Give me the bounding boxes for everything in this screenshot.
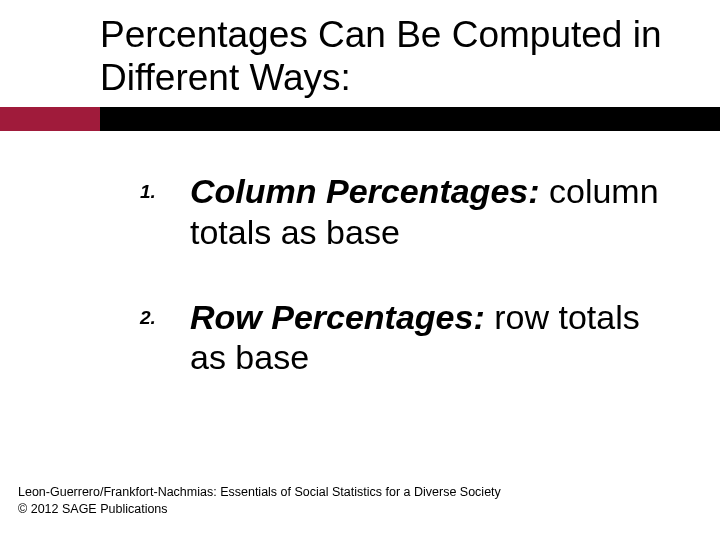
title-region: Percentages Can Be Computed in Different…: [0, 0, 720, 99]
list-lead: Row Percentages:: [190, 298, 494, 336]
list-number: 2.: [140, 297, 190, 329]
slide: Percentages Can Be Computed in Different…: [0, 0, 720, 540]
body-content: 1. Column Percentages: column totals as …: [0, 131, 720, 378]
list-text: Column Percentages: column totals as bas…: [190, 171, 660, 253]
list-item: 1. Column Percentages: column totals as …: [140, 171, 660, 253]
list-text: Row Percentages: row totals as base: [190, 297, 660, 379]
footer: Leon-Guerrero/Frankfort-Nachmias: Essent…: [18, 484, 501, 518]
footer-line-2: © 2012 SAGE Publications: [18, 501, 501, 518]
horizontal-rule: [0, 107, 720, 131]
rule-accent-block: [0, 107, 100, 131]
slide-title: Percentages Can Be Computed in Different…: [100, 14, 702, 99]
list-item: 2. Row Percentages: row totals as base: [140, 297, 660, 379]
rule-main-bar: [100, 107, 720, 131]
footer-line-1: Leon-Guerrero/Frankfort-Nachmias: Essent…: [18, 484, 501, 501]
list-lead: Column Percentages:: [190, 172, 549, 210]
list-number: 1.: [140, 171, 190, 203]
